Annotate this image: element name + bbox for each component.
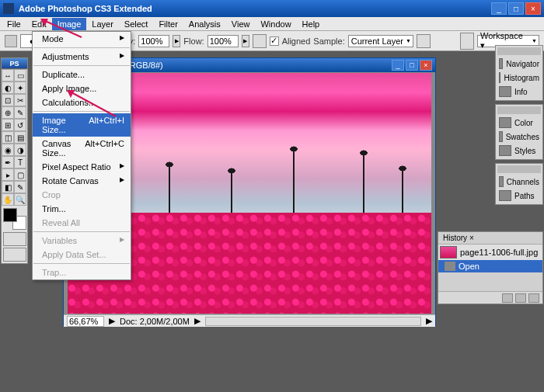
- history-snapshot-icon[interactable]: [515, 293, 526, 303]
- menu-analysis[interactable]: Analysis: [183, 18, 226, 30]
- flow-label: Flow:: [183, 36, 204, 46]
- history-trash-icon[interactable]: [528, 293, 539, 303]
- close-button[interactable]: ×: [525, 2, 541, 15]
- menu-rotate-canvas[interactable]: Rotate Canvas▶: [33, 174, 131, 188]
- menu-adjustments[interactable]: Adjustments▶: [33, 50, 131, 64]
- palette-button[interactable]: [460, 33, 474, 50]
- menu-canvas-size[interactable]: Canvas Size...Alt+Ctrl+C: [33, 137, 131, 160]
- menu-file[interactable]: File: [2, 18, 26, 30]
- tool-pen[interactable]: ✒: [2, 156, 14, 168]
- minimize-button[interactable]: _: [491, 2, 507, 15]
- tool-eyedrop[interactable]: ✎: [14, 181, 26, 193]
- quick-mask[interactable]: [3, 232, 26, 246]
- aligned-checkbox[interactable]: ✓: [270, 36, 279, 46]
- scroll-right[interactable]: ▶: [426, 316, 432, 326]
- tool-notes[interactable]: ◧: [2, 181, 14, 193]
- history-state-open[interactable]: Open: [438, 260, 542, 272]
- tool-eraser[interactable]: ◫: [2, 131, 14, 144]
- history-tab[interactable]: History ×: [438, 232, 542, 245]
- flow-input[interactable]: 100%: [207, 35, 239, 47]
- panel-info[interactable]: Info: [497, 85, 541, 99]
- history-snapshot-row[interactable]: page11-1006-full.jpg: [438, 245, 542, 260]
- tool-lasso[interactable]: ◐: [2, 82, 14, 94]
- menu-view[interactable]: View: [226, 18, 256, 30]
- panel-dock-3: Channels Paths: [495, 163, 543, 205]
- screen-mode[interactable]: [3, 248, 26, 262]
- tool-hand[interactable]: ✋: [2, 193, 14, 206]
- tool-stamp[interactable]: ⊞: [2, 119, 14, 131]
- menu-layer[interactable]: Layer: [86, 18, 119, 30]
- menu-image[interactable]: Image: [52, 18, 87, 30]
- history-thumb: [440, 246, 457, 258]
- opacity-input[interactable]: 100%: [138, 35, 169, 47]
- history-panel: History × page11-1006-full.jpg Open: [438, 231, 543, 304]
- tool-type[interactable]: T: [14, 156, 26, 168]
- tool-marquee[interactable]: ▭: [14, 69, 26, 82]
- history-open-label: Open: [459, 262, 479, 271]
- maximize-button[interactable]: □: [508, 2, 524, 15]
- menu-pixel-aspect[interactable]: Pixel Aspect Ratio▶: [33, 160, 131, 174]
- tool-wand[interactable]: ✦: [14, 82, 26, 94]
- menu-reveal-all: Reveal All: [33, 216, 131, 230]
- tool-zoom[interactable]: 🔍: [14, 193, 26, 206]
- toolbox-header[interactable]: PS: [2, 58, 27, 69]
- tool-slice[interactable]: ✂: [14, 94, 26, 106]
- panel-dock-1: Navigator Histogram Info: [495, 45, 543, 101]
- fg-color[interactable]: [3, 208, 17, 222]
- dock-handle[interactable]: [497, 165, 541, 173]
- menu-apply-image[interactable]: Apply Image...: [33, 82, 131, 95]
- tool-dodge[interactable]: ◑: [14, 144, 26, 156]
- tool-gradient[interactable]: ▤: [14, 131, 26, 144]
- doc-info-text: Doc: 2,00M/2,00M: [120, 317, 190, 326]
- tool-path-sel[interactable]: ▸: [2, 168, 14, 181]
- tool-preset-picker[interactable]: [5, 35, 17, 47]
- tool-history-brush[interactable]: ↺: [14, 119, 26, 131]
- dock-handle[interactable]: [497, 106, 541, 114]
- panel-channels[interactable]: Channels: [497, 175, 541, 189]
- document-statusbar: 66,67% ▶ Doc: 2,00M/2,00M ▶ ▶: [64, 314, 435, 327]
- flow-arrow[interactable]: ▶: [242, 35, 249, 47]
- panel-color[interactable]: Color: [497, 116, 541, 130]
- menu-filter[interactable]: Filter: [153, 18, 183, 30]
- tool-blur[interactable]: ◉: [2, 144, 14, 156]
- menu-help[interactable]: Help: [297, 18, 326, 30]
- panel-styles[interactable]: Styles: [497, 144, 541, 158]
- aligned-label: Aligned: [282, 36, 311, 46]
- opacity-arrow[interactable]: ▶: [173, 35, 180, 47]
- zoom-field[interactable]: 66,67%: [67, 316, 104, 327]
- tool-heal[interactable]: ⊕: [2, 106, 14, 119]
- menu-calculations[interactable]: Calculations...: [33, 95, 131, 109]
- tool-shape[interactable]: ▢: [14, 168, 26, 181]
- panel-navigator[interactable]: Navigator: [497, 57, 541, 71]
- menu-trim[interactable]: Trim...: [33, 202, 131, 216]
- tool-crop[interactable]: ⊡: [2, 94, 14, 106]
- app-icon: [3, 3, 14, 14]
- panel-paths[interactable]: Paths: [497, 189, 541, 203]
- doc-info-arrow[interactable]: ▶: [109, 316, 115, 326]
- histogram-icon: [499, 72, 500, 83]
- menu-select[interactable]: Select: [119, 18, 154, 30]
- menu-window[interactable]: Window: [255, 18, 296, 30]
- doc-minimize[interactable]: _: [392, 60, 404, 71]
- doc-close[interactable]: ×: [420, 60, 432, 71]
- color-icon: [499, 117, 511, 128]
- menu-image-size[interactable]: Image Size...Alt+Ctrl+I: [33, 113, 131, 137]
- doc-maximize[interactable]: □: [406, 60, 418, 71]
- sample-select[interactable]: Current Layer: [348, 35, 413, 47]
- ignore-adj-icon[interactable]: [417, 34, 431, 48]
- menu-mode[interactable]: Mode▶: [33, 32, 131, 46]
- doc-info-menu[interactable]: ▶: [194, 316, 201, 326]
- menu-edit[interactable]: Edit: [26, 18, 52, 30]
- panel-histogram[interactable]: Histogram: [497, 71, 541, 85]
- color-wells[interactable]: [3, 208, 26, 230]
- menu-duplicate[interactable]: Duplicate...: [33, 68, 131, 82]
- history-new-doc-icon[interactable]: [502, 293, 513, 303]
- horizontal-scrollbar[interactable]: [205, 317, 421, 326]
- panel-swatches[interactable]: Swatches: [497, 130, 541, 144]
- menu-crop: Crop: [33, 188, 131, 202]
- airbrush-icon[interactable]: [253, 34, 267, 48]
- tool-brush[interactable]: ✎: [14, 106, 26, 119]
- app-title: Adobe Photoshop CS3 Extended: [19, 4, 491, 13]
- dock-handle[interactable]: [497, 47, 541, 55]
- tool-move[interactable]: ↔: [2, 69, 14, 82]
